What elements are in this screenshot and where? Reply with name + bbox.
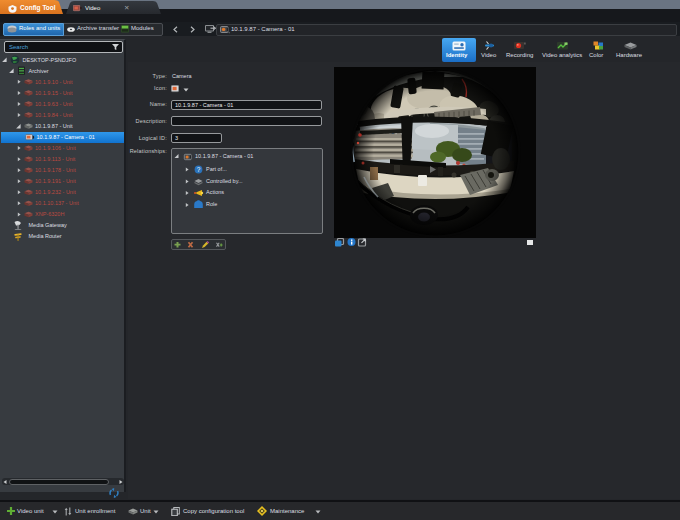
svg-text:?: ? [197, 166, 201, 173]
